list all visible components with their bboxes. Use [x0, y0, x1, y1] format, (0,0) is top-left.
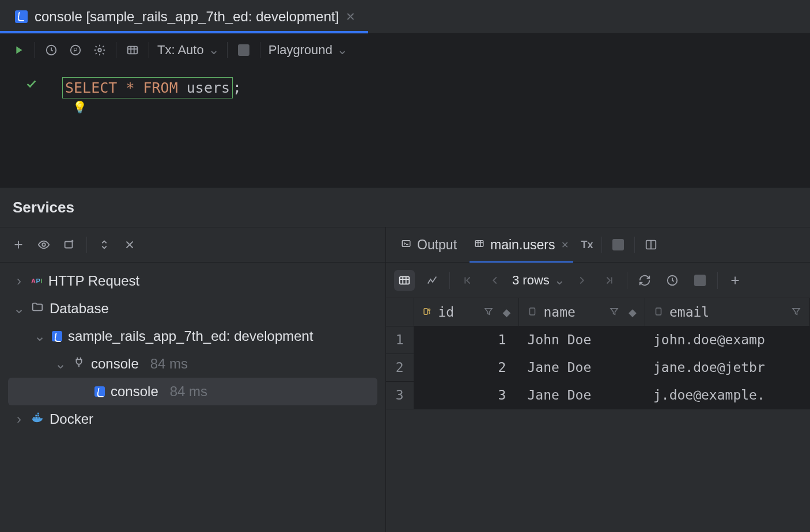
result-tab-output[interactable]: Output	[396, 227, 461, 262]
close-icon[interactable]: ✕	[561, 240, 569, 250]
column-header-id[interactable]: id ◆	[414, 298, 519, 326]
sql-editor[interactable]: SELECT * FROM users; 💡	[0, 67, 810, 188]
filter-icon[interactable]	[609, 305, 619, 320]
tree-label: Docker	[50, 411, 93, 427]
rows-count-dropdown[interactable]: 3 rows ⌄	[512, 273, 565, 288]
add-icon[interactable]	[10, 237, 27, 253]
expand-collapse-icon[interactable]	[96, 237, 112, 253]
row-number: 3	[386, 381, 414, 409]
cell-name[interactable]: Jane Doe	[519, 354, 645, 381]
row-number: 1	[386, 326, 414, 354]
tree-item-db-connection[interactable]: ⌄ sample_rails_app_7th_ed: development	[0, 322, 385, 350]
chevron-right-icon[interactable]: ›	[13, 273, 25, 289]
svg-point-3	[98, 48, 101, 52]
svg-rect-6	[65, 242, 73, 248]
session-dropdown[interactable]: Playground ⌄	[268, 43, 347, 58]
sql-line[interactable]: SELECT * FROM users;	[62, 77, 810, 98]
services-header: Services	[0, 188, 810, 227]
editor-tab-console[interactable]: console [sample_rails_app_7th_ed: develo…	[0, 0, 368, 33]
stop-button[interactable]	[610, 237, 626, 253]
separator	[634, 237, 635, 253]
svg-rect-15	[656, 308, 661, 315]
show-hidden-icon[interactable]	[36, 237, 52, 253]
close-icon[interactable]: ✕	[346, 10, 355, 24]
svg-rect-14	[530, 308, 535, 315]
tab-title: console [sample_rails_app_7th_ed: develo…	[35, 9, 339, 25]
chevron-down-icon[interactable]: ⌄	[54, 356, 67, 372]
first-page-icon[interactable]	[457, 270, 478, 291]
stop-button[interactable]	[690, 270, 710, 291]
sql-keyword: FROM	[143, 79, 178, 96]
plug-icon	[73, 356, 85, 372]
prev-page-icon[interactable]	[485, 270, 505, 291]
chevron-right-icon[interactable]: ›	[13, 411, 25, 427]
svg-rect-12	[424, 309, 427, 315]
svg-text:P: P	[73, 46, 77, 53]
services-title: Services	[13, 199, 74, 216]
cell-email[interactable]: j.doe@example.	[645, 381, 809, 409]
separator	[717, 272, 718, 289]
cell-email[interactable]: john.doe@examp	[645, 326, 809, 354]
new-window-icon[interactable]	[61, 237, 77, 253]
run-icon[interactable]	[10, 42, 27, 58]
code-area[interactable]: SELECT * FROM users; 💡	[62, 67, 810, 188]
result-view-icon[interactable]	[124, 42, 141, 58]
close-all-icon[interactable]	[122, 237, 138, 253]
separator	[260, 42, 260, 58]
tx-mode-label: Tx: Auto	[157, 43, 204, 58]
cell-id[interactable]: 2	[414, 354, 519, 381]
history-icon[interactable]	[43, 42, 59, 58]
filter-icon[interactable]	[483, 305, 494, 320]
lightbulb-icon[interactable]: 💡	[73, 100, 87, 114]
stop-button[interactable]	[236, 42, 252, 58]
tree-item-http[interactable]: › API HTTP Request	[0, 267, 385, 295]
table-header-row: id ◆	[386, 298, 810, 326]
table-row[interactable]: 1 1 John Doe john.doe@examp	[386, 326, 810, 354]
cell-name[interactable]: Jane Doe	[519, 381, 645, 409]
result-tab-table[interactable]: main.users ✕	[470, 227, 573, 262]
history-icon[interactable]	[662, 270, 683, 291]
last-page-icon[interactable]	[599, 270, 620, 291]
rows-count-label: 3 rows	[512, 273, 550, 288]
tree-item-database[interactable]: ⌄ Database	[0, 295, 385, 322]
add-row-icon[interactable]	[725, 270, 745, 291]
settings-icon[interactable]	[92, 42, 108, 58]
docker-icon	[31, 411, 44, 427]
chart-view-icon[interactable]	[422, 270, 442, 291]
explain-plan-icon[interactable]: P	[67, 42, 84, 58]
sql-file-icon	[15, 10, 28, 23]
sql-terminator: ;	[233, 79, 241, 96]
tree-label: console	[111, 383, 158, 400]
chevron-down-icon[interactable]: ⌄	[13, 301, 25, 317]
rownum-header[interactable]	[386, 298, 414, 326]
tx-mode-dropdown[interactable]: Tx: Auto ⌄	[157, 43, 219, 58]
column-header-name[interactable]: name ◆	[519, 298, 645, 326]
reload-icon[interactable]	[634, 270, 655, 291]
layout-icon[interactable]	[643, 237, 659, 253]
sql-file-icon	[94, 386, 105, 397]
sort-icon[interactable]: ◆	[503, 305, 511, 320]
tree-item-docker[interactable]: › Docker	[0, 405, 385, 433]
key-column-icon	[422, 305, 433, 320]
tx-indicator-icon[interactable]: Tx	[581, 239, 593, 251]
chevron-down-icon[interactable]: ⌄	[33, 328, 46, 344]
cell-id[interactable]: 1	[414, 326, 519, 354]
tree-label: Database	[50, 301, 109, 317]
svg-rect-7	[402, 240, 410, 246]
separator	[35, 42, 35, 58]
filter-icon[interactable]	[791, 305, 801, 320]
next-page-icon[interactable]	[571, 270, 592, 291]
separator	[116, 42, 116, 58]
table-row[interactable]: 2 2 Jane Doe jane.doe@jetbr	[386, 354, 810, 381]
table-view-icon[interactable]	[394, 270, 415, 291]
table-row[interactable]: 3 3 Jane Doe j.doe@example.	[386, 381, 810, 409]
cell-id[interactable]: 3	[414, 381, 519, 409]
cell-name[interactable]: John Doe	[519, 326, 645, 354]
tree-item-console-group[interactable]: ⌄ console 84 ms	[0, 350, 385, 378]
tree-item-console[interactable]: console 84 ms	[8, 378, 377, 405]
column-header-email[interactable]: email	[645, 298, 809, 326]
svg-rect-10	[400, 276, 410, 284]
cell-email[interactable]: jane.doe@jetbr	[645, 354, 809, 381]
tree-label: console	[91, 356, 139, 372]
sort-icon[interactable]: ◆	[629, 305, 637, 320]
